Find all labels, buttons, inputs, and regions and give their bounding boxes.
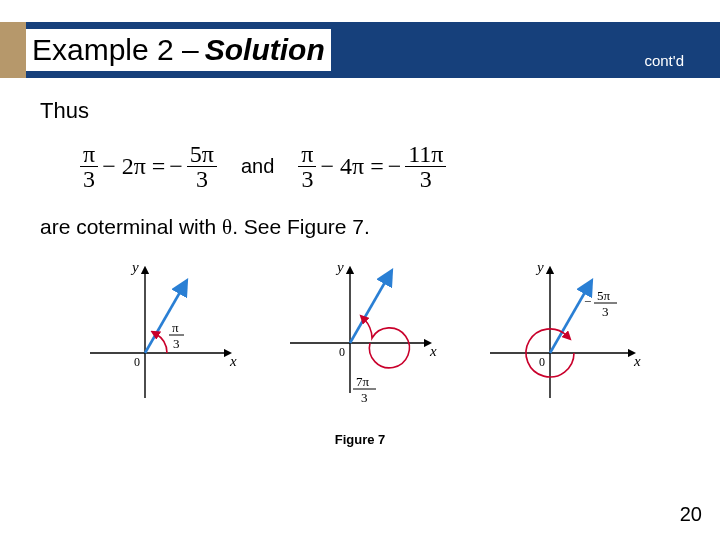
coterminal-plot-2: x y 0 7π 3 — [270, 258, 440, 418]
svg-text:0: 0 — [339, 345, 345, 359]
svg-text:3: 3 — [602, 304, 609, 319]
svg-text:x: x — [633, 353, 641, 369]
svg-text:5π: 5π — [597, 288, 611, 303]
svg-text:x: x — [429, 343, 437, 359]
thus-text: Thus — [40, 98, 680, 124]
svg-text:0: 0 — [539, 355, 545, 369]
svg-line-20 — [550, 287, 588, 353]
title-prefix: Example 2 – — [32, 33, 199, 67]
figure-row: x y 0 π 3 x y 0 7π 3 — [40, 258, 680, 418]
equation-2: π3 − 4π = − 11π3 — [298, 142, 446, 191]
title-emph: Solution — [205, 33, 325, 67]
svg-text:y: y — [130, 259, 139, 275]
svg-text:3: 3 — [173, 336, 180, 351]
figure-caption: Figure 7 — [40, 432, 680, 447]
coterminal-text: are coterminal with θ. See Figure 7. — [40, 215, 680, 240]
svg-text:0: 0 — [134, 355, 140, 369]
slide-header: Example 2 – Solution — [0, 22, 720, 78]
header-accent — [0, 22, 26, 78]
coterminal-plot-1: x y 0 π 3 — [70, 258, 240, 408]
angle-label-2: 7π 3 — [353, 374, 376, 405]
coterminal-plot-3: x y 0 − 5π 3 — [470, 258, 650, 408]
svg-text:7π: 7π — [356, 374, 370, 389]
svg-line-11 — [350, 277, 388, 343]
svg-text:3: 3 — [361, 390, 368, 405]
angle-label-3: − 5π 3 — [584, 288, 617, 319]
svg-text:−: − — [584, 294, 591, 309]
equation-row: π3 − 2π = − 5π3 and π3 − 4π = − 11π3 — [80, 142, 680, 191]
angle-label-1: π 3 — [169, 320, 184, 351]
page-number: 20 — [680, 503, 702, 526]
svg-text:y: y — [535, 259, 544, 275]
svg-text:x: x — [229, 353, 237, 369]
slide-content: Thus π3 − 2π = − 5π3 and π3 − 4π = − 11π… — [40, 98, 680, 447]
svg-text:y: y — [335, 259, 344, 275]
and-text: and — [241, 155, 274, 178]
slide-title: Example 2 – Solution — [26, 29, 331, 71]
equation-1: π3 − 2π = − 5π3 — [80, 142, 217, 191]
continued-label: cont'd — [644, 52, 684, 69]
svg-text:π: π — [172, 320, 179, 335]
